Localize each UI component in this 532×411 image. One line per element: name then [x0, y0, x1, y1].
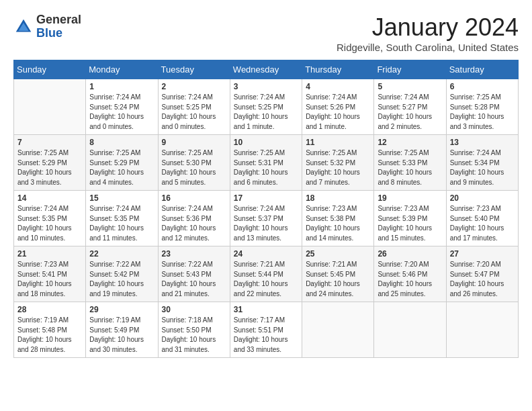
calendar-week-row: 21Sunrise: 7:23 AM Sunset: 5:41 PM Dayli…: [14, 246, 519, 302]
day-info: Sunrise: 7:25 AM Sunset: 5:31 PM Dayligh…: [234, 148, 298, 187]
day-number: 21: [17, 249, 82, 259]
calendar-cell: 15Sunrise: 7:24 AM Sunset: 5:35 PM Dayli…: [86, 191, 158, 246]
calendar-cell: 24Sunrise: 7:21 AM Sunset: 5:44 PM Dayli…: [230, 246, 302, 302]
day-info: Sunrise: 7:17 AM Sunset: 5:51 PM Dayligh…: [234, 316, 298, 355]
day-number: 10: [234, 138, 298, 147]
logo-icon: [13, 17, 34, 37]
calendar-cell: [302, 302, 374, 358]
day-number: 31: [234, 305, 298, 314]
calendar-cell: 3Sunrise: 7:24 AM Sunset: 5:25 PM Daylig…: [230, 79, 302, 135]
day-number: 14: [17, 193, 82, 203]
calendar-cell: 30Sunrise: 7:18 AM Sunset: 5:50 PM Dayli…: [158, 302, 230, 358]
day-number: 7: [17, 138, 82, 147]
calendar-cell: 28Sunrise: 7:19 AM Sunset: 5:48 PM Dayli…: [14, 302, 86, 358]
day-number: 5: [378, 82, 442, 91]
day-of-week-header: Tuesday: [158, 60, 230, 79]
title-block: January 2024 Ridgeville, South Carolina,…: [337, 13, 519, 53]
day-info: Sunrise: 7:24 AM Sunset: 5:26 PM Dayligh…: [306, 93, 370, 132]
day-of-week-header: Friday: [374, 60, 446, 79]
day-number: 18: [306, 193, 370, 203]
day-number: 2: [162, 82, 226, 91]
calendar-cell: 31Sunrise: 7:17 AM Sunset: 5:51 PM Dayli…: [230, 302, 302, 358]
day-info: Sunrise: 7:24 AM Sunset: 5:34 PM Dayligh…: [450, 148, 515, 187]
calendar-cell: [374, 302, 446, 358]
day-info: Sunrise: 7:25 AM Sunset: 5:30 PM Dayligh…: [162, 148, 226, 187]
day-number: 26: [378, 249, 442, 259]
day-number: 20: [450, 193, 515, 203]
day-info: Sunrise: 7:23 AM Sunset: 5:41 PM Dayligh…: [17, 260, 82, 299]
day-number: 8: [89, 138, 154, 147]
day-number: 3: [234, 82, 298, 91]
day-number: 29: [89, 305, 154, 314]
calendar-table: SundayMondayTuesdayWednesdayThursdayFrid…: [13, 60, 519, 358]
day-info: Sunrise: 7:24 AM Sunset: 5:27 PM Dayligh…: [378, 93, 442, 132]
calendar-cell: 12Sunrise: 7:25 AM Sunset: 5:33 PM Dayli…: [374, 135, 446, 191]
day-info: Sunrise: 7:21 AM Sunset: 5:44 PM Dayligh…: [234, 260, 298, 299]
day-number: 12: [378, 138, 442, 147]
calendar-week-row: 14Sunrise: 7:24 AM Sunset: 5:35 PM Dayli…: [14, 191, 519, 246]
day-info: Sunrise: 7:20 AM Sunset: 5:47 PM Dayligh…: [450, 260, 515, 299]
location-text: Ridgeville, South Carolina, United State…: [337, 42, 519, 53]
day-of-week-header: Thursday: [302, 60, 374, 79]
month-title: January 2024: [337, 13, 519, 42]
day-info: Sunrise: 7:20 AM Sunset: 5:46 PM Dayligh…: [378, 260, 442, 299]
day-number: 11: [306, 138, 370, 147]
calendar-cell: 16Sunrise: 7:24 AM Sunset: 5:36 PM Dayli…: [158, 191, 230, 246]
calendar-cell: 8Sunrise: 7:25 AM Sunset: 5:29 PM Daylig…: [86, 135, 158, 191]
calendar-cell: 22Sunrise: 7:22 AM Sunset: 5:42 PM Dayli…: [86, 246, 158, 302]
logo-text: General Blue: [36, 13, 81, 40]
calendar-cell: [14, 79, 86, 135]
calendar-cell: [446, 302, 518, 358]
day-info: Sunrise: 7:24 AM Sunset: 5:25 PM Dayligh…: [234, 93, 298, 132]
day-number: 6: [450, 82, 515, 91]
calendar-cell: 2Sunrise: 7:24 AM Sunset: 5:25 PM Daylig…: [158, 79, 230, 135]
calendar-cell: 18Sunrise: 7:23 AM Sunset: 5:38 PM Dayli…: [302, 191, 374, 246]
calendar-cell: 11Sunrise: 7:25 AM Sunset: 5:32 PM Dayli…: [302, 135, 374, 191]
calendar-cell: 7Sunrise: 7:25 AM Sunset: 5:29 PM Daylig…: [14, 135, 86, 191]
day-of-week-header: Wednesday: [230, 60, 302, 79]
day-of-week-header: Monday: [86, 60, 158, 79]
day-of-week-header: Saturday: [446, 60, 518, 79]
day-number: 30: [162, 305, 226, 314]
calendar-cell: 17Sunrise: 7:24 AM Sunset: 5:37 PM Dayli…: [230, 191, 302, 246]
day-number: 16: [162, 193, 226, 203]
day-number: 4: [306, 82, 370, 91]
day-info: Sunrise: 7:24 AM Sunset: 5:25 PM Dayligh…: [162, 93, 226, 132]
day-info: Sunrise: 7:24 AM Sunset: 5:37 PM Dayligh…: [234, 204, 298, 243]
day-number: 27: [450, 249, 515, 259]
day-number: 23: [162, 249, 226, 259]
calendar-cell: 20Sunrise: 7:23 AM Sunset: 5:40 PM Dayli…: [446, 191, 518, 246]
day-info: Sunrise: 7:24 AM Sunset: 5:36 PM Dayligh…: [162, 204, 226, 243]
day-number: 25: [306, 249, 370, 259]
day-info: Sunrise: 7:19 AM Sunset: 5:49 PM Dayligh…: [89, 316, 154, 355]
calendar-cell: 1Sunrise: 7:24 AM Sunset: 5:24 PM Daylig…: [86, 79, 158, 135]
calendar-cell: 27Sunrise: 7:20 AM Sunset: 5:47 PM Dayli…: [446, 246, 518, 302]
day-info: Sunrise: 7:18 AM Sunset: 5:50 PM Dayligh…: [162, 316, 226, 355]
logo-general: General: [36, 13, 81, 27]
calendar-cell: 4Sunrise: 7:24 AM Sunset: 5:26 PM Daylig…: [302, 79, 374, 135]
day-info: Sunrise: 7:24 AM Sunset: 5:24 PM Dayligh…: [89, 93, 154, 132]
logo: General Blue: [13, 13, 81, 40]
calendar-cell: 9Sunrise: 7:25 AM Sunset: 5:30 PM Daylig…: [158, 135, 230, 191]
day-number: 24: [234, 249, 298, 259]
day-number: 15: [89, 193, 154, 203]
calendar-cell: 29Sunrise: 7:19 AM Sunset: 5:49 PM Dayli…: [86, 302, 158, 358]
calendar-week-row: 28Sunrise: 7:19 AM Sunset: 5:48 PM Dayli…: [14, 302, 519, 358]
day-info: Sunrise: 7:23 AM Sunset: 5:38 PM Dayligh…: [306, 204, 370, 243]
calendar-cell: 13Sunrise: 7:24 AM Sunset: 5:34 PM Dayli…: [446, 135, 518, 191]
day-info: Sunrise: 7:21 AM Sunset: 5:45 PM Dayligh…: [306, 260, 370, 299]
day-number: 1: [89, 82, 154, 91]
day-info: Sunrise: 7:22 AM Sunset: 5:42 PM Dayligh…: [89, 260, 154, 299]
logo-blue: Blue: [36, 27, 81, 40]
calendar-cell: 10Sunrise: 7:25 AM Sunset: 5:31 PM Dayli…: [230, 135, 302, 191]
calendar-cell: 14Sunrise: 7:24 AM Sunset: 5:35 PM Dayli…: [14, 191, 86, 246]
day-info: Sunrise: 7:22 AM Sunset: 5:43 PM Dayligh…: [162, 260, 226, 299]
calendar-header-row: SundayMondayTuesdayWednesdayThursdayFrid…: [14, 60, 519, 79]
day-info: Sunrise: 7:24 AM Sunset: 5:35 PM Dayligh…: [89, 204, 154, 243]
day-of-week-header: Sunday: [14, 60, 86, 79]
day-number: 17: [234, 193, 298, 203]
calendar-week-row: 1Sunrise: 7:24 AM Sunset: 5:24 PM Daylig…: [14, 79, 519, 135]
day-number: 28: [17, 305, 82, 314]
day-info: Sunrise: 7:24 AM Sunset: 5:35 PM Dayligh…: [17, 204, 82, 243]
page-header: General Blue January 2024 Ridgeville, So…: [13, 13, 519, 53]
